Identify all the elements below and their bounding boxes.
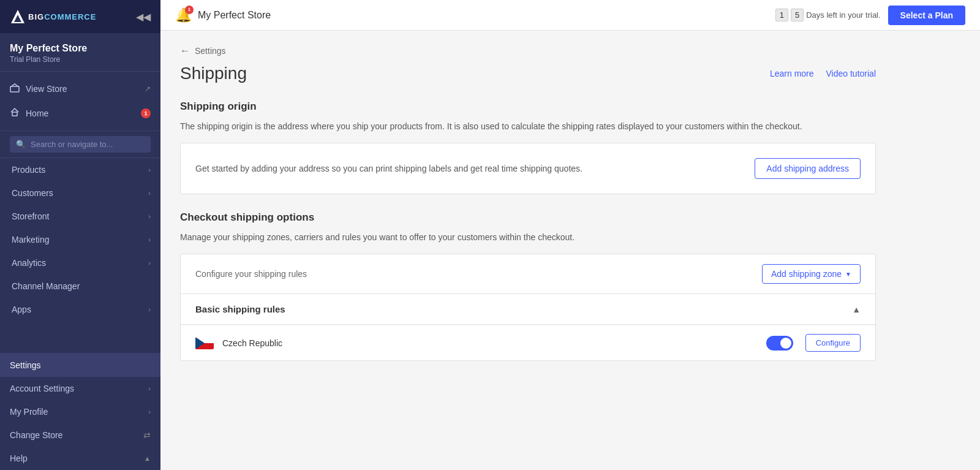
logo: BIGCOMMERCE bbox=[10, 9, 96, 25]
chevron-icon: › bbox=[148, 259, 151, 267]
marketing-label: Marketing bbox=[12, 235, 49, 244]
store-icon bbox=[10, 83, 20, 95]
store-plan: Trial Plan Store bbox=[10, 55, 151, 64]
country-row-czech: Czech Republic Configure bbox=[181, 325, 875, 360]
chevron-icon: › bbox=[148, 166, 151, 173]
home-badge: 1 bbox=[141, 108, 151, 118]
chevron-icon: › bbox=[148, 236, 151, 243]
sidebar-actions: View Store ↗ Home 1 bbox=[0, 72, 160, 131]
chevron-icon: › bbox=[148, 189, 151, 197]
country-toggle[interactable] bbox=[766, 336, 793, 351]
trial-info: 1 5 Days left in your trial. bbox=[775, 9, 881, 21]
checkout-card-header: Configure your shipping rules Add shippi… bbox=[181, 254, 875, 294]
view-store-label: View Store bbox=[26, 84, 67, 94]
chevron-icon: › bbox=[148, 213, 151, 220]
storefront-label: Storefront bbox=[12, 211, 49, 221]
sidebar-item-account-settings[interactable]: Account Settings › bbox=[0, 377, 160, 400]
search-wrap: 🔍 bbox=[10, 136, 151, 153]
sidebar-item-change-store[interactable]: Change Store ⇄ bbox=[0, 423, 160, 447]
page-header: Shipping Learn more Video tutorial bbox=[180, 64, 876, 83]
page-header-links: Learn more Video tutorial bbox=[770, 69, 876, 78]
search-bar: 🔍 bbox=[0, 131, 160, 158]
add-shipping-zone-button[interactable]: Add shipping zone ▼ bbox=[762, 264, 861, 284]
checkout-desc: Manage your shipping zones, carriers and… bbox=[180, 231, 876, 244]
content-inner: ← Settings Shipping Learn more Video tut… bbox=[160, 31, 895, 381]
shipping-origin-section: Shipping origin The shipping origin is t… bbox=[180, 100, 876, 194]
account-settings-label: Account Settings bbox=[10, 384, 74, 393]
country-configure-button[interactable]: Configure bbox=[805, 334, 861, 352]
back-arrow-icon: ← bbox=[180, 45, 190, 56]
sidebar-item-home[interactable]: Home 1 bbox=[10, 102, 151, 124]
add-shipping-address-button[interactable]: Add shipping address bbox=[755, 158, 861, 179]
country-name: Czech Republic bbox=[222, 338, 282, 348]
checkout-shipping-section: Checkout shipping options Manage your sh… bbox=[180, 211, 876, 361]
add-zone-label: Add shipping zone bbox=[771, 269, 842, 279]
change-store-icon: ⇄ bbox=[143, 430, 151, 440]
sidebar-header: BIGCOMMERCE ◀◀ bbox=[0, 0, 160, 33]
sidebar-item-help[interactable]: Help ▲ bbox=[0, 447, 160, 470]
chevron-icon: › bbox=[148, 408, 151, 415]
country-right: Configure bbox=[766, 334, 861, 352]
video-tutorial-link[interactable]: Video tutorial bbox=[826, 69, 876, 78]
sidebar-item-analytics[interactable]: Analytics › bbox=[0, 251, 160, 275]
sidebar-item-apps[interactable]: Apps › bbox=[0, 298, 160, 321]
sidebar-item-channel-manager[interactable]: Channel Manager bbox=[0, 275, 160, 298]
logo-text: BIGCOMMERCE bbox=[28, 12, 96, 21]
shipping-origin-card: Get started by adding your address so yo… bbox=[180, 143, 876, 194]
channel-manager-label: Channel Manager bbox=[12, 281, 80, 291]
chevron-icon: › bbox=[148, 306, 151, 313]
content: ← Settings Shipping Learn more Video tut… bbox=[160, 31, 980, 470]
country-left: Czech Republic bbox=[195, 337, 282, 349]
apps-label: Apps bbox=[12, 305, 31, 314]
sidebar-item-my-profile[interactable]: My Profile › bbox=[0, 400, 160, 423]
store-info: My Perfect Store Trial Plan Store bbox=[0, 33, 160, 72]
trial-days-1: 1 bbox=[775, 9, 788, 21]
products-label: Products bbox=[12, 165, 45, 175]
my-profile-label: My Profile bbox=[10, 407, 48, 417]
select-plan-button[interactable]: Select a Plan bbox=[888, 6, 965, 25]
trial-days-2: 5 bbox=[791, 9, 804, 21]
customers-label: Customers bbox=[12, 188, 53, 198]
sidebar-item-products[interactable]: Products › bbox=[0, 158, 160, 181]
sidebar-item-customers[interactable]: Customers › bbox=[0, 181, 160, 205]
topbar: 🔔 1 My Perfect Store 1 5 Days left in yo… bbox=[160, 0, 980, 31]
sidebar-collapse-button[interactable]: ◀◀ bbox=[136, 11, 151, 23]
basic-rules-title: Basic shipping rules bbox=[195, 304, 285, 314]
external-link-icon: ↗ bbox=[145, 85, 151, 93]
sidebar-bottom: Settings Account Settings › My Profile ›… bbox=[0, 353, 160, 470]
svg-rect-2 bbox=[10, 86, 19, 92]
shipping-rules-section: Basic shipping rules ▲ Czech Republic bbox=[181, 294, 875, 360]
breadcrumb[interactable]: ← Settings bbox=[180, 45, 876, 56]
checkout-title: Checkout shipping options bbox=[180, 211, 876, 224]
sidebar-item-view-store[interactable]: View Store ↗ bbox=[10, 78, 151, 100]
sidebar-item-marketing[interactable]: Marketing › bbox=[0, 228, 160, 251]
shipping-rules-header[interactable]: Basic shipping rules ▲ bbox=[181, 294, 875, 325]
topbar-right: 1 5 Days left in your trial. Select a Pl… bbox=[775, 6, 965, 25]
shipping-origin-desc: The shipping origin is the address where… bbox=[180, 120, 876, 133]
czech-flag-icon bbox=[195, 337, 214, 349]
chevron-icon: › bbox=[148, 385, 151, 392]
shipping-origin-card-text: Get started by adding your address so yo… bbox=[195, 164, 582, 173]
store-name: My Perfect Store bbox=[10, 43, 151, 54]
change-store-label: Change Store bbox=[10, 430, 62, 440]
search-input[interactable] bbox=[31, 140, 145, 149]
help-label: Help bbox=[10, 453, 28, 463]
sidebar-item-storefront[interactable]: Storefront › bbox=[0, 205, 160, 228]
bell-badge: 1 bbox=[185, 6, 194, 14]
sidebar: BIGCOMMERCE ◀◀ My Perfect Store Trial Pl… bbox=[0, 0, 160, 470]
page-title: Shipping bbox=[180, 64, 247, 83]
shipping-origin-card-body: Get started by adding your address so yo… bbox=[181, 143, 875, 194]
notification-bell[interactable]: 🔔 1 bbox=[175, 7, 192, 23]
help-chevron-icon: ▲ bbox=[144, 455, 151, 462]
breadcrumb-label: Settings bbox=[195, 46, 226, 56]
analytics-label: Analytics bbox=[12, 258, 46, 268]
main: 🔔 1 My Perfect Store 1 5 Days left in yo… bbox=[160, 0, 980, 470]
svg-rect-3 bbox=[12, 112, 17, 116]
sidebar-item-settings[interactable]: Settings bbox=[0, 354, 160, 377]
nav-section: Products › Customers › Storefront › Mark… bbox=[0, 158, 160, 353]
topbar-store-name: My Perfect Store bbox=[198, 10, 271, 21]
learn-more-link[interactable]: Learn more bbox=[770, 69, 814, 78]
collapse-arrow-icon: ▲ bbox=[852, 305, 861, 314]
configure-text: Configure your shipping rules bbox=[195, 269, 307, 279]
checkout-card: Configure your shipping rules Add shippi… bbox=[180, 254, 876, 361]
